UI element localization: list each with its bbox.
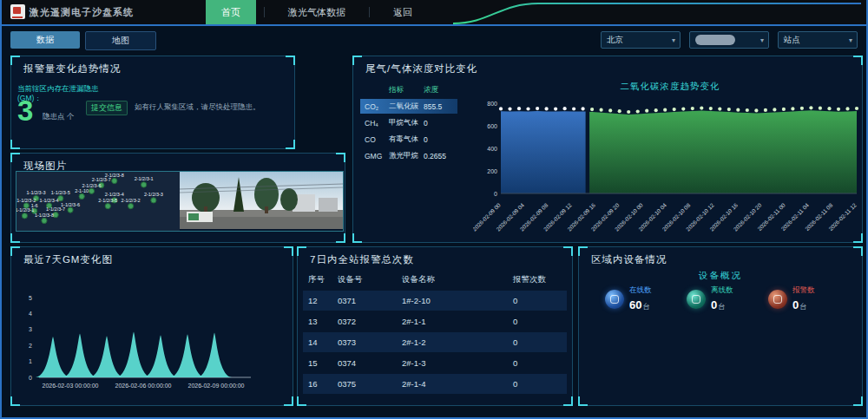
device-stats: 在线数60台离线数0台报警数0台 — [605, 285, 850, 312]
stat-text: 报警数0台 — [792, 285, 815, 312]
filter-select-3[interactable]: 站点▾ — [778, 31, 858, 49]
alarm-table: 序号设备号设备名称报警次数1203711#-2-1001303722#-1-10… — [298, 270, 572, 395]
svg-text:0: 0 — [494, 191, 497, 197]
select-value: 北京 — [607, 35, 623, 46]
gas-table-row[interactable]: GMG激光甲烷0.2655 — [360, 148, 457, 163]
alarm-header-1: 序号 — [303, 274, 338, 285]
alarm-cell: 0373 — [338, 337, 402, 347]
svg-text:2026-02-03 00:00:00: 2026-02-03 00:00:00 — [43, 383, 99, 389]
panel-title: 最近7天GM变化图 — [23, 253, 113, 266]
alarm-cell: 0375 — [338, 379, 402, 389]
device-beacon-icon — [687, 290, 706, 309]
nav-tab-2[interactable]: 激光气体数据 — [273, 0, 361, 24]
toolbar-selects: 北京▾▾站点▾ — [601, 31, 858, 49]
gas-table-row[interactable]: CH₄甲烷气体0 — [360, 115, 457, 130]
gas-name: 二氧化碳 — [389, 101, 424, 112]
gas-table-row[interactable]: CO₂二氧化碳855.5 — [360, 99, 457, 114]
alarm-cell: 13 — [303, 317, 338, 326]
toolbar-button-1[interactable]: 数据 — [10, 31, 80, 49]
stat-value: 60 — [629, 298, 641, 311]
gas-table-row[interactable]: CO有毒气体0 — [360, 132, 457, 147]
alarm-summary-panel: 报警量变化趋势情况 当前辖区内存在泄漏隐患 (GM)： 3 隐患点 个 提交信息… — [10, 56, 295, 149]
device-beacon-icon — [605, 290, 624, 309]
svg-text:200: 200 — [487, 168, 497, 174]
alarm-cell: 12 — [303, 296, 338, 305]
stat-value-row: 0台 — [792, 297, 815, 312]
svg-text:4: 4 — [29, 311, 32, 317]
gas-table-header-row: 指标浓度 — [360, 82, 457, 97]
alarm-table-row[interactable]: 1403732#-1-20 — [303, 332, 567, 352]
filter-select-1[interactable]: 北京▾ — [601, 31, 681, 49]
svg-text:2026-02-09 00:00:00: 2026-02-09 00:00:00 — [188, 383, 245, 389]
panel-title: 7日内全站报警总次数 — [310, 253, 414, 266]
svg-text:3: 3 — [29, 326, 32, 332]
device-map[interactable]: 2-1/2/3-82-1/2/3-72-1/2/3-12-1/2/3-62-1-… — [16, 172, 180, 231]
gas-symbol: CO — [360, 135, 389, 144]
svg-text:1-1/2/3-5: 1-1/2/3-5 — [51, 190, 70, 195]
dashboard-root: 激光遥测电子沙盘系统 首页激光气体数据返回 数据地图 北京▾▾站点▾ 报警量变化… — [0, 0, 868, 419]
chevron-down-icon: ▾ — [849, 36, 852, 44]
redacted-select-value — [695, 35, 735, 45]
device-stat-2: 离线数0台 — [687, 285, 768, 312]
toolbar-button-2[interactable]: 地图 — [85, 31, 156, 50]
svg-text:5: 5 — [29, 295, 32, 301]
svg-text:2-1/2/3-7: 2-1/2/3-7 — [92, 177, 111, 182]
gas-header-indicator: 指标 — [389, 85, 424, 95]
stat-label: 离线数 — [711, 285, 733, 296]
stat-value-row: 60台 — [629, 297, 652, 312]
device-overview-panel: 区域内设备情况 设备概况 在线数60台离线数0台报警数0台 — [578, 246, 863, 406]
gas-value: 0.2655 — [424, 152, 457, 160]
svg-text:2-1/2/3-3: 2-1/2/3-3 — [144, 192, 163, 197]
nav-tab-1[interactable]: 首页 — [206, 0, 256, 24]
panel-title: 报警量变化趋势情况 — [23, 62, 122, 75]
stat-text: 离线数0台 — [711, 285, 733, 312]
alarm-table-row[interactable]: 1603752#-1-40 — [303, 374, 567, 394]
gas-name: 有毒气体 — [389, 134, 424, 145]
alarm-cell: 0 — [513, 379, 565, 389]
alarm-cell: 2#-1-3 — [402, 358, 513, 368]
svg-text:1-1/2/3-3: 1-1/2/3-3 — [27, 190, 46, 195]
gas-header-value: 浓度 — [424, 85, 457, 95]
svg-text:2-1/2/3-4: 2-1/2/3-4 — [105, 192, 124, 197]
gas-value: 0 — [424, 135, 457, 144]
photo-row: 2-1/2/3-82-1/2/3-72-1/2/3-12-1/2/3-62-1-… — [16, 171, 344, 232]
svg-text:2-1-10: 2-1-10 — [75, 188, 89, 193]
alarm-cell: 0 — [513, 296, 565, 305]
alarm-table-row[interactable]: 1303722#-1-10 — [303, 311, 567, 331]
nav-tabs: 首页激光气体数据返回 — [206, 0, 428, 24]
gas-value: 855.5 — [424, 102, 457, 111]
device-stat-3: 报警数0台 — [768, 285, 850, 312]
alarm-table-header-row: 序号设备号设备名称报警次数 — [303, 270, 567, 290]
gas-name: 激光甲烷 — [389, 151, 424, 161]
svg-text:600: 600 — [487, 123, 497, 129]
svg-text:0: 0 — [29, 375, 32, 381]
svg-text:2-1/2/3-1: 2-1/2/3-1 — [135, 176, 154, 181]
alarm-cell: 0372 — [338, 317, 402, 326]
alarm-cell: 2#-1-2 — [402, 337, 513, 347]
alarm-table-row[interactable]: 1203711#-2-100 — [303, 291, 567, 311]
alarm-cell: 0 — [513, 337, 565, 347]
chevron-down-icon: ▾ — [672, 36, 675, 44]
co2-trend-chart[interactable]: 02004006008002026-02-09 002026-02-09 042… — [473, 96, 860, 240]
stat-unit: 台 — [642, 303, 649, 311]
alarm-table-panel: 7日内全站报警总次数 序号设备号设备名称报警次数1203711#-2-10013… — [297, 246, 573, 406]
gas-concentration-panel: 尾气/气体浓度对比变化 指标浓度CO₂二氧化碳855.5CH₄甲烷气体0CO有毒… — [352, 56, 863, 243]
svg-text:400: 400 — [487, 146, 497, 152]
gm-spike-chart[interactable]: 0123452026-02-03 00:00:002026-02-06 00:0… — [15, 272, 284, 403]
stat-unit: 台 — [799, 303, 806, 311]
stat-text: 在线数60台 — [629, 285, 652, 312]
svg-text:1-1/2/3-4: 1-1/2/3-4 — [40, 198, 59, 203]
header-curve-decoration — [453, 0, 861, 24]
gas-table: 指标浓度CO₂二氧化碳855.5CH₄甲烷气体0CO有毒气体0GMG激光甲烷0.… — [360, 82, 457, 165]
alarm-cell: 16 — [303, 379, 338, 389]
filter-select-2[interactable]: ▾ — [689, 31, 769, 49]
stat-unit: 台 — [718, 303, 725, 311]
nav-tab-3[interactable]: 返回 — [378, 0, 428, 24]
alarm-table-row[interactable]: 1503742#-1-30 — [303, 353, 567, 373]
submit-info-tag[interactable]: 提交信息 — [86, 101, 128, 115]
device-overview-subtitle: 设备概况 — [579, 270, 862, 282]
site-photo-image[interactable] — [180, 172, 343, 231]
stat-value-row: 0台 — [711, 297, 733, 312]
svg-text:2-1/2/3-6: 2-1/2/3-6 — [82, 183, 101, 188]
alarm-cell: 2#-1-1 — [402, 317, 513, 326]
